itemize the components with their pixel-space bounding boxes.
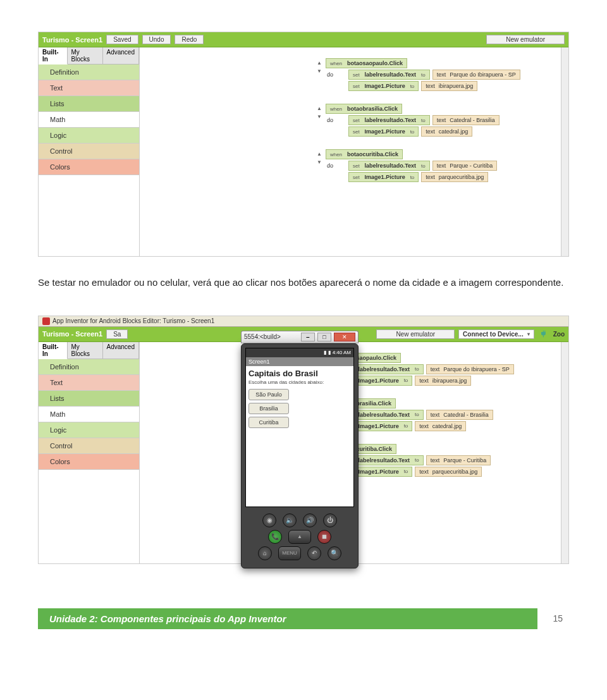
body-paragraph: Se testar no emulador ou no celular, ver…	[38, 276, 569, 290]
hw-power-button[interactable]: ⏻	[323, 513, 337, 527]
saved-button-2[interactable]: Sa	[106, 329, 128, 339]
minimize-button[interactable]: ‒	[301, 333, 315, 341]
emulator-window-title: 5554:<build>	[244, 333, 298, 340]
text-value-block[interactable]: textParque do Ibirapuera - SP	[432, 70, 520, 80]
app-content: Capitais do Brasil Escolha uma das cidad…	[246, 366, 353, 507]
app-heading: Capitais do Brasil	[248, 369, 351, 378]
drawer-definition[interactable]: Definition	[39, 64, 139, 80]
hw-menu-button[interactable]: MENU	[278, 546, 301, 560]
text-value-block[interactable]: textParque - Curitiba	[432, 161, 498, 171]
zoom-label: Zoo	[553, 331, 565, 338]
emulator-phone-frame: ▮ ▮ 4:40 AM Screen1 Capitais do Brasil E…	[241, 343, 359, 568]
block-palette: Built-In My Blocks Advanced Definition T…	[39, 47, 140, 256]
hw-vol-down-button[interactable]: 🔈	[283, 513, 297, 527]
collapse-icon: ▲	[317, 61, 322, 66]
status-time: 4:40 AM	[333, 350, 351, 355]
drawer-colors-2[interactable]: Colors	[39, 454, 139, 470]
emulator-titlebar[interactable]: 5554:<build> ‒ □ ✕	[241, 331, 359, 343]
collapse-icon: ▼	[317, 160, 322, 165]
page-number: 15	[537, 613, 569, 623]
drawer-lists-2[interactable]: Lists	[39, 391, 139, 407]
project-title-2: Turismo - Screen1	[42, 330, 102, 338]
scrollbar-2[interactable]	[561, 342, 568, 563]
redo-button[interactable]: Redo	[175, 35, 204, 44]
when-block[interactable]: ▲whenbotaocuritiba.Click▼dosetlabelresul…	[317, 149, 556, 183]
hw-back-button[interactable]: ↶	[307, 546, 321, 560]
app-titlebar: Screen1	[246, 357, 353, 366]
drawer-logic[interactable]: Logic	[39, 128, 139, 144]
project-title: Turismo - Screen1	[42, 36, 102, 44]
block-canvas-2[interactable]: ▲whenbotaosaopaulo.Click▼dosetlabelresul…	[140, 342, 568, 563]
text-value-block[interactable]: textibirapuera.jpg	[415, 376, 471, 386]
drawer-lists[interactable]: Lists	[39, 96, 139, 112]
page-footer: Unidade 2: Componentes principais do App…	[38, 608, 569, 629]
hw-end-button[interactable]: ⏹	[317, 530, 331, 544]
scrollbar[interactable]	[561, 47, 568, 256]
text-value-block[interactable]: textparquecuritiba.jpg	[421, 172, 488, 182]
collapse-icon: ▼	[317, 69, 322, 74]
java-window-title: App Inventor for Android Blocks Editor: …	[39, 316, 568, 327]
screenshot-blocks-editor-1: Turismo - Screen1 Saved Undo Redo New em…	[38, 32, 569, 257]
android-statusbar: ▮ ▮ 4:40 AM	[246, 348, 353, 357]
screenshot-blocks-editor-with-emulator: App Inventor for Android Blocks Editor: …	[38, 316, 569, 564]
editor-topbar: Turismo - Screen1 Saved Undo Redo New em…	[39, 32, 568, 47]
drawer-control[interactable]: Control	[39, 144, 139, 159]
city-button-sp[interactable]: São Paulo	[248, 389, 289, 400]
palette-tabs: Built-In My Blocks Advanced	[39, 47, 139, 64]
tab-advanced[interactable]: Advanced	[103, 47, 139, 64]
tab-myblocks-2[interactable]: My Blocks	[68, 342, 103, 359]
text-value-block[interactable]: textCatedral - Brasilia	[432, 115, 500, 125]
text-value-block[interactable]: textParque do Ibirapuera - SP	[426, 364, 514, 374]
collapse-icon: ▼	[317, 114, 322, 120]
text-value-block[interactable]: textibirapuera.jpg	[421, 81, 477, 91]
close-button[interactable]: ✕	[334, 333, 355, 341]
tab-advanced-2[interactable]: Advanced	[103, 342, 139, 359]
when-block[interactable]: ▲whenbotaobrasilia.Click▼dosetlabelresul…	[317, 103, 556, 137]
drawer-math[interactable]: Math	[39, 112, 139, 128]
maximize-button[interactable]: □	[317, 333, 331, 341]
hw-vol-up-button[interactable]: 🔊	[303, 513, 317, 527]
text-value-block[interactable]: textparquecuritiba.jpg	[415, 467, 482, 477]
tab-builtin[interactable]: Built-In	[39, 47, 68, 64]
emulator-screen: ▮ ▮ 4:40 AM Screen1 Capitais do Brasil E…	[245, 348, 354, 507]
collapse-icon: ▲	[317, 106, 322, 111]
text-value-block[interactable]: textParque - Curitiba	[426, 455, 491, 465]
when-block[interactable]: ▲whenbotaosaopaulo.Click▼dosetlabelresul…	[317, 58, 556, 92]
collapse-icon: ▲	[317, 152, 322, 157]
drawer-control-2[interactable]: Control	[39, 438, 139, 454]
hw-search-button[interactable]: 🔍	[328, 546, 341, 560]
hw-dpad[interactable]: ▲	[288, 530, 311, 544]
block-palette-2: Built-In My Blocks Advanced Definition T…	[39, 342, 140, 563]
city-button-brasilia[interactable]: Brasilia	[248, 403, 289, 414]
footer-title: Unidade 2: Componentes principais do App…	[38, 608, 537, 629]
tab-myblocks[interactable]: My Blocks	[68, 47, 103, 64]
hw-vol-button[interactable]: ◉	[262, 513, 276, 527]
battery-icon: ▮	[328, 350, 331, 355]
drawer-colors[interactable]: Colors	[39, 159, 139, 175]
hw-home-button[interactable]: ⌂	[258, 546, 272, 560]
drawer-text[interactable]: Text	[39, 80, 139, 96]
signal-icon: ▮	[324, 350, 326, 355]
new-emulator-button[interactable]: New emulator	[486, 35, 565, 44]
java-title-text: App Inventor for Android Blocks Editor: …	[52, 317, 214, 324]
text-value-block[interactable]: textcatedral.jpg	[421, 126, 472, 137]
tab-builtin-2[interactable]: Built-In	[39, 342, 68, 359]
drawer-logic-2[interactable]: Logic	[39, 422, 139, 438]
connect-device-dropdown[interactable]: Connect to Device...	[458, 329, 534, 339]
hw-call-button[interactable]: 📞	[268, 530, 282, 544]
drawer-definition-2[interactable]: Definition	[39, 359, 139, 375]
text-value-block[interactable]: textCatedral - Brasilia	[426, 410, 493, 420]
emulator-window: 5554:<build> ‒ □ ✕ ▮ ▮ 4:40 AM Screen	[241, 331, 359, 568]
undo-button[interactable]: Undo	[142, 35, 171, 44]
drawer-math-2[interactable]: Math	[39, 407, 139, 422]
city-button-curitiba[interactable]: Curitiba	[248, 417, 289, 428]
text-value-block[interactable]: textcatedral.jpg	[415, 421, 466, 431]
new-emulator-button-2[interactable]: New emulator	[376, 329, 455, 339]
plug-icon	[538, 329, 549, 338]
saved-button[interactable]: Saved	[106, 35, 138, 44]
drawer-text-2[interactable]: Text	[39, 375, 139, 391]
emulator-hardware-buttons: ◉ 🔈 🔊 ⏻ 📞 ▲ ⏹ ⌂	[245, 507, 354, 564]
java-icon	[42, 317, 50, 325]
app-subheading: Escolha uma das cidades abaixo:	[248, 379, 351, 385]
block-canvas-1[interactable]: ▲whenbotaosaopaulo.Click▼dosetlabelresul…	[140, 47, 568, 256]
